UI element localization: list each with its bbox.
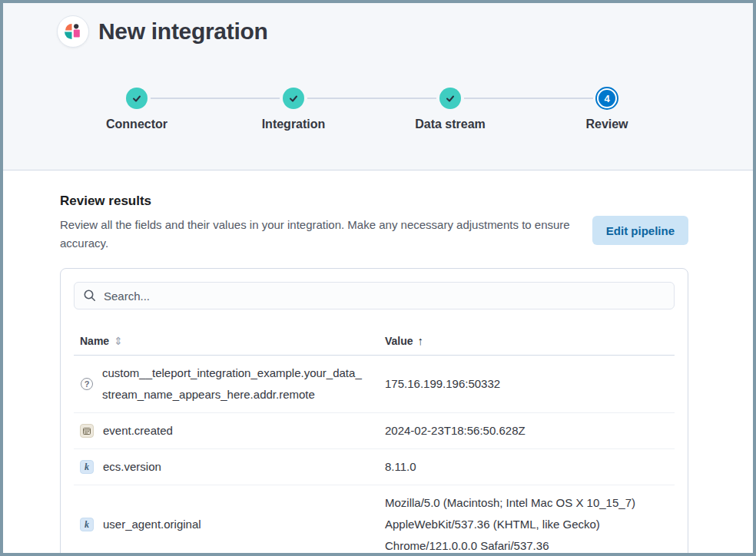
description-row: Review all the fields and their values i… [60, 216, 688, 253]
step-indicator [126, 86, 148, 111]
main-content: Review results Review all the fields and… [3, 194, 753, 556]
search-icon [83, 289, 97, 303]
name-cell: k user_agent.original [74, 485, 379, 556]
integration-logo [57, 15, 89, 48]
step-current-icon[interactable]: 4 [595, 87, 618, 110]
field-name: custom__teleport_integration_example.you… [102, 362, 365, 405]
page-title: New integration [98, 18, 268, 45]
calendar-icon [80, 424, 94, 438]
column-label: Value [385, 335, 413, 347]
wizard-stepper: Connector Integration [3, 86, 753, 131]
column-header-name[interactable]: Name ⇕ [74, 334, 379, 347]
step-indicator: 4 [595, 86, 618, 111]
fields-table: Name ⇕ Value ↑ ? custom__teleport_integr… [74, 334, 675, 556]
step-complete-icon[interactable] [439, 88, 461, 109]
sortable-icon: ⇕ [114, 335, 123, 347]
field-name: user_agent.original [103, 514, 201, 535]
step-label[interactable]: Connector [106, 117, 167, 131]
question-icon: ? [81, 378, 93, 390]
field-name: ecs.version [103, 456, 161, 478]
step-complete-icon[interactable] [126, 88, 148, 109]
table-row: k user_agent.original Mozilla/5.0 (Macin… [74, 485, 675, 556]
check-icon [288, 93, 299, 104]
field-value: 175.16.199.196:50332 [379, 356, 675, 412]
search-input[interactable] [74, 282, 675, 309]
keyword-icon: k [80, 518, 94, 531]
table-row: event.created 2024-02-23T18:56:50.628Z [74, 413, 675, 449]
step-number: 4 [598, 90, 615, 107]
step-integration[interactable]: Integration [215, 86, 372, 131]
table-header: Name ⇕ Value ↑ [74, 334, 675, 356]
step-label[interactable]: Integration [262, 117, 326, 131]
name-cell: ? custom__teleport_integration_example.y… [74, 356, 379, 412]
field-value: Mozilla/5.0 (Macintosh; Intel Mac OS X 1… [379, 485, 675, 556]
results-card: Name ⇕ Value ↑ ? custom__teleport_integr… [60, 268, 688, 556]
edit-pipeline-button[interactable]: Edit pipeline [592, 216, 688, 245]
keyword-icon: k [80, 460, 94, 474]
step-data-stream[interactable]: Data stream [372, 86, 529, 131]
section-description: Review all the fields and their values i… [60, 216, 576, 253]
sort-ascending-icon: ↑ [418, 334, 424, 347]
column-header-value[interactable]: Value ↑ [379, 334, 675, 347]
table-row: k ecs.version 8.11.0 [74, 449, 675, 485]
step-complete-icon[interactable] [283, 88, 304, 109]
title-row: New integration [3, 3, 753, 48]
field-value: 8.11.0 [379, 449, 675, 485]
step-indicator [439, 86, 461, 111]
check-icon [131, 93, 142, 104]
step-review[interactable]: 4 Review [529, 86, 685, 131]
search-box [74, 282, 675, 309]
elastic-logo-icon [65, 23, 81, 40]
step-label[interactable]: Review [585, 117, 628, 131]
page-header: New integration Connector [3, 3, 753, 170]
field-name: event.created [103, 420, 173, 442]
step-indicator [283, 86, 304, 111]
table-row: ? custom__teleport_integration_example.y… [74, 356, 675, 413]
column-label: Name [80, 335, 109, 347]
app-window: New integration Connector [0, 0, 756, 556]
name-cell: k ecs.version [74, 449, 379, 485]
step-connector[interactable]: Connector [58, 86, 215, 131]
field-value: 2024-02-23T18:56:50.628Z [379, 413, 675, 448]
check-icon [445, 93, 456, 104]
section-title: Review results [60, 194, 688, 209]
name-cell: event.created [74, 413, 379, 448]
step-label[interactable]: Data stream [415, 117, 486, 131]
